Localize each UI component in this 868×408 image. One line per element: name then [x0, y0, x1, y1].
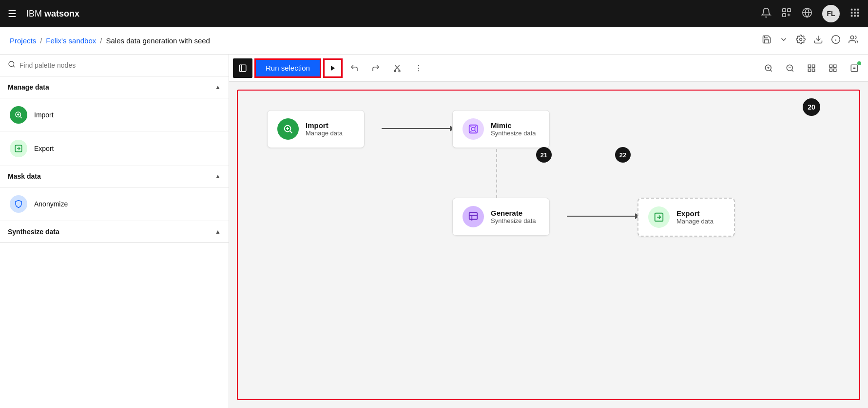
run-selection-button[interactable]: Run selection: [254, 58, 321, 78]
import-node[interactable]: Import Manage data: [267, 110, 365, 148]
apps-icon[interactable]: [849, 7, 860, 20]
svg-rect-6: [854, 8, 856, 10]
main-layout: Manage data ▲ Import Export: [0, 55, 868, 408]
run-selection-label: Run selection: [266, 64, 310, 72]
transfer-icon[interactable]: [781, 7, 792, 20]
brand-name: IBM watsonx: [26, 9, 79, 19]
svg-point-31: [399, 70, 400, 72]
info-icon[interactable]: [831, 35, 841, 47]
grid-button[interactable]: [823, 58, 843, 78]
generate-node-icon: [463, 206, 484, 227]
svg-rect-13: [857, 15, 859, 17]
svg-marker-29: [331, 65, 335, 71]
redo-button[interactable]: [366, 58, 386, 78]
anonymize-label: Anonymize: [34, 200, 68, 208]
search-input[interactable]: [19, 61, 221, 69]
breadcrumb-current: Sales data generation with seed: [106, 37, 210, 45]
breadcrumb-sandbox[interactable]: Felix's sandbox: [46, 37, 96, 45]
user-avatar[interactable]: FL: [822, 5, 840, 22]
export-node-text: Export Manage data: [676, 209, 714, 225]
manage-data-section[interactable]: Manage data ▲: [0, 76, 229, 98]
breadcrumb-actions: [762, 35, 858, 47]
manage-data-chevron: ▲: [215, 84, 221, 91]
panel-toggle-button[interactable]: [233, 58, 252, 78]
canvas-area: Run selection: [229, 55, 868, 408]
mask-data-label: Mask data: [8, 172, 41, 180]
run-play-button[interactable]: [323, 58, 343, 78]
svg-point-30: [394, 70, 396, 72]
canvas-notification-button[interactable]: [845, 58, 864, 78]
svg-line-23: [20, 116, 21, 118]
export-node-title: Export: [676, 209, 714, 218]
svg-line-43: [791, 70, 793, 71]
topbar: ☰ IBM watsonx: [0, 0, 868, 27]
svg-point-14: [800, 38, 802, 41]
fit-view-button[interactable]: [802, 58, 821, 78]
users-icon[interactable]: [849, 35, 858, 47]
sidebar-search: [0, 55, 229, 76]
export-node[interactable]: Export Manage data: [637, 198, 735, 237]
sidebar-item-export[interactable]: Export: [0, 132, 229, 166]
mimic-node-text: Mimic Synthesize data: [491, 121, 536, 137]
save-icon[interactable]: [762, 35, 772, 47]
import-node-text: Import Manage data: [306, 121, 343, 137]
synthesize-data-label: Synthesize data: [8, 228, 59, 236]
zoom-out-button[interactable]: [780, 58, 800, 78]
svg-rect-7: [857, 8, 859, 10]
zoom-in-button[interactable]: [759, 58, 778, 78]
mimic-node[interactable]: Mimic Synthesize data: [452, 110, 550, 148]
svg-rect-60: [469, 125, 478, 133]
arrow-line: [382, 128, 450, 129]
search-icon: [8, 60, 16, 70]
svg-point-19: [850, 36, 854, 39]
chevron-down-icon[interactable]: [779, 35, 788, 46]
svg-rect-62: [469, 213, 478, 220]
download-icon[interactable]: [813, 35, 823, 47]
mimic-node-icon: [463, 118, 484, 140]
export-node-subtitle: Manage data: [676, 218, 714, 225]
toolbar: Run selection: [229, 55, 868, 82]
canvas-content: 20 Import Manage data: [229, 82, 868, 408]
menu-icon[interactable]: ☰: [8, 8, 17, 19]
arrow-import-mimic: [382, 126, 455, 131]
svg-rect-10: [857, 12, 859, 14]
globe-icon[interactable]: [802, 7, 812, 20]
notification-icon[interactable]: [761, 7, 772, 20]
settings-icon[interactable]: [796, 35, 806, 47]
svg-rect-50: [834, 65, 836, 67]
notification-dot: [857, 61, 861, 65]
synthesize-data-chevron: ▲: [215, 228, 221, 235]
cut-button[interactable]: [387, 58, 407, 78]
manage-data-label: Manage data: [8, 83, 49, 91]
svg-rect-5: [851, 8, 853, 10]
import-node-subtitle: Manage data: [306, 130, 343, 137]
sidebar-item-anonymize[interactable]: Anonymize: [0, 187, 229, 221]
svg-rect-1: [788, 8, 791, 11]
mask-data-chevron: ▲: [215, 173, 221, 180]
dashed-vline: [496, 149, 497, 198]
svg-rect-52: [834, 69, 836, 71]
import-node-icon: [277, 118, 299, 140]
anonymize-icon: [10, 195, 27, 213]
mimic-node-subtitle: Synthesize data: [491, 130, 536, 137]
svg-point-20: [9, 61, 14, 67]
svg-rect-48: [808, 69, 810, 71]
generate-node[interactable]: Generate Synthesize data: [452, 198, 550, 236]
breadcrumb-projects[interactable]: Projects: [10, 37, 36, 45]
svg-rect-2: [783, 13, 786, 16]
arrow-line-2: [567, 216, 635, 217]
svg-line-39: [770, 70, 772, 71]
breadcrumb-bar: Projects / Felix's sandbox / Sales data …: [0, 27, 868, 55]
generate-node-subtitle: Synthesize data: [491, 217, 536, 224]
badge-21: 21: [536, 147, 552, 163]
svg-rect-47: [812, 69, 815, 71]
svg-rect-9: [854, 12, 856, 14]
more-options-button[interactable]: [409, 58, 428, 78]
sidebar-item-import[interactable]: Import: [0, 98, 229, 132]
synthesize-data-section[interactable]: Synthesize data ▲: [0, 221, 229, 243]
svg-rect-8: [851, 12, 853, 14]
svg-point-37: [418, 70, 419, 71]
badge-22: 22: [615, 147, 631, 163]
mask-data-section[interactable]: Mask data ▲: [0, 166, 229, 187]
undo-button[interactable]: [345, 58, 364, 78]
